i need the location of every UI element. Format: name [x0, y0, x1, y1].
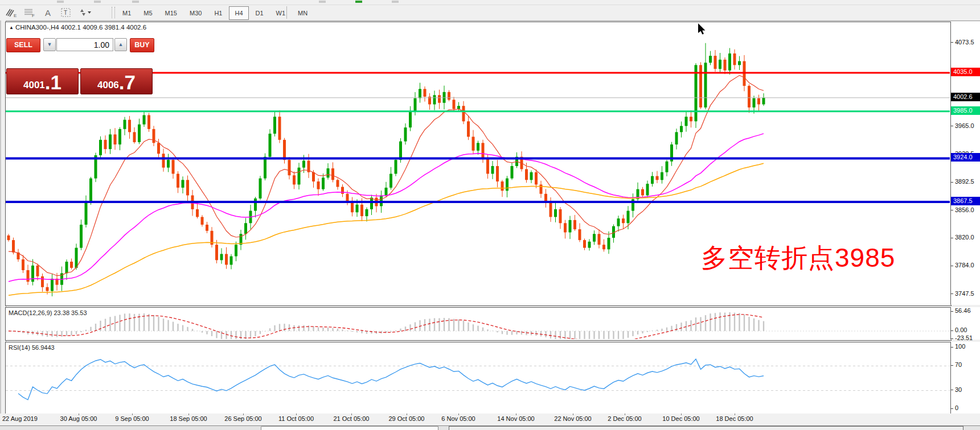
- rsi-label: RSI(14) 56.9443: [9, 344, 55, 351]
- chart-title-text: CHINA300-,H4 4002.1 4009.6 3981.4 4002.6: [15, 24, 146, 31]
- price-chart-panel[interactable]: ▲CHINA300-,H4 4002.1 4009.6 3981.4 4002.…: [5, 22, 952, 306]
- buy-price-quote[interactable]: 4006.7: [80, 68, 153, 94]
- buy-price-frac: .7: [119, 75, 136, 91]
- volume-input[interactable]: [56, 38, 113, 51]
- annotation-text: 多空转折点3985: [701, 241, 895, 276]
- rsi-tick-label: 100: [955, 343, 965, 350]
- macd-tick-label: 56.46: [955, 307, 971, 314]
- price-tick-label: 3856.0: [955, 206, 974, 213]
- timeframe-button-m1[interactable]: M1: [117, 6, 137, 20]
- time-tick: [735, 414, 735, 415]
- timeframe-button-m15[interactable]: M15: [159, 6, 183, 20]
- rsi-tick: [951, 347, 953, 348]
- time-tick: [516, 414, 516, 415]
- time-label: 9 Sep 05:00: [115, 415, 149, 422]
- time-tick: [407, 414, 407, 415]
- cycle-symbols-icon[interactable]: [76, 6, 92, 19]
- mouse-cursor-icon: [698, 23, 706, 35]
- toolbar-icon-remnant: [132, 1, 139, 3]
- macd-tick-label: 0.00: [955, 326, 967, 333]
- svg-text:F: F: [32, 13, 35, 18]
- toolbar-icon-remnant: [94, 1, 101, 3]
- one-click-trading-panel: SELL ▼ ▲ BUY 4001.1 4006.7: [6, 38, 153, 101]
- time-tick: [243, 414, 244, 415]
- timeframe-button-h4[interactable]: H4: [229, 6, 248, 20]
- time-tick: [573, 414, 573, 415]
- rsi-panel[interactable]: RSI(14) 56.9443: [5, 342, 952, 415]
- level-price-badge: 4035.0: [951, 68, 980, 76]
- sell-button[interactable]: SELL: [6, 38, 40, 52]
- rsi-tick: [951, 408, 953, 409]
- level-price-badge: 3867.5: [951, 197, 980, 205]
- time-label: 11 Oct 05:00: [278, 415, 314, 422]
- time-label: 29 Oct 05:00: [389, 415, 425, 422]
- price-tick-label: 3965.0: [955, 122, 974, 129]
- text-box-tool-icon[interactable]: T: [58, 6, 74, 19]
- rsi-tick-label: 30: [955, 386, 962, 393]
- sell-price-frac: .1: [45, 75, 61, 91]
- chart-tab-top[interactable]: [261, 426, 438, 430]
- time-label: 2 Dec 05:00: [608, 415, 641, 422]
- toolbar-icon-remnant-green: [355, 1, 362, 3]
- sell-price-int: 4001: [23, 80, 45, 90]
- volume-increase-button[interactable]: ▲: [114, 38, 127, 51]
- text-label-tool-icon[interactable]: A: [40, 6, 56, 19]
- fast-ma-line: [9, 76, 764, 276]
- timeframe-button-m30[interactable]: M30: [184, 6, 207, 20]
- price-tick-label: 3892.5: [955, 178, 974, 185]
- time-tick: [625, 414, 625, 415]
- price-tick: [951, 238, 953, 238]
- time-tick: [681, 414, 682, 415]
- time-label: 18 Dec 05:00: [716, 415, 753, 422]
- rsi-tick: [951, 390, 953, 390]
- price-tick: [951, 42, 953, 43]
- time-label: 22 Nov 05:00: [554, 415, 591, 422]
- toolbar-icon-remnant: [319, 1, 326, 3]
- price-tick: [951, 126, 953, 126]
- macd-tick: [951, 330, 953, 331]
- grid-toggle-icon[interactable]: F: [22, 6, 38, 19]
- price-tick: [951, 266, 953, 266]
- macd-tick: [951, 311, 953, 312]
- svg-text:T: T: [64, 10, 67, 16]
- timeframe-button-w1[interactable]: W1: [270, 6, 292, 20]
- volume-decrease-button[interactable]: ▼: [43, 38, 56, 51]
- price-tick: [951, 210, 953, 210]
- price-tick-label: 3784.0: [955, 262, 974, 268]
- rsi-plot: [6, 342, 950, 413]
- time-tick: [458, 414, 459, 415]
- chart-tab-top[interactable]: [449, 426, 963, 430]
- indicator-list-icon[interactable]: E: [3, 6, 19, 19]
- timeframe-button-d1[interactable]: D1: [250, 6, 269, 20]
- time-tick: [188, 414, 189, 415]
- buy-button[interactable]: BUY: [130, 38, 154, 52]
- toolbar: E F A T M1M: [0, 5, 980, 21]
- timeframe-button-m5[interactable]: M5: [138, 6, 158, 20]
- time-tick: [296, 414, 297, 415]
- timeframe-group: M1M5M15M30H1H4D1W1MN: [117, 6, 314, 20]
- price-tick-label: 3747.5: [955, 290, 974, 297]
- chart-title: ▲CHINA300-,H4 4002.1 4009.6 3981.4 4002.…: [9, 24, 146, 31]
- timeframe-button-mn[interactable]: MN: [292, 6, 313, 20]
- time-label: 10 Dec 05:00: [662, 415, 699, 422]
- time-label: 14 Nov 05:00: [497, 415, 534, 422]
- current-price-badge: 4002.6: [951, 93, 980, 101]
- sell-price-quote[interactable]: 4001.1: [6, 68, 79, 94]
- buy-price-int: 4006: [97, 80, 119, 90]
- price-tick-label: 3820.0: [955, 234, 974, 241]
- collapse-arrow-icon[interactable]: ▲: [9, 25, 14, 30]
- time-axis: 22 Aug 201930 Aug 05:009 Sep 05:0018 Sep…: [0, 414, 980, 425]
- time-tick: [351, 414, 352, 415]
- rsi-axis: 10070300: [950, 342, 980, 414]
- mid-ma-line: [9, 134, 764, 282]
- bottom-tabs-strip: [0, 425, 980, 430]
- mt4-window: E F A T M1M: [0, 0, 980, 430]
- price-axis: 4073.53965.03928.53892.53856.03820.03784…: [950, 22, 980, 305]
- macd-label: MACD(12,26,9) 23.38 35.53: [9, 309, 87, 316]
- time-label: 22 Aug 2019: [2, 415, 38, 422]
- macd-panel[interactable]: MACD(12,26,9) 23.38 35.53: [5, 307, 952, 341]
- level-price-badge: 3985.0: [951, 106, 980, 115]
- time-label: 18 Sep 05:00: [170, 415, 207, 422]
- timeframe-button-h1[interactable]: H1: [208, 6, 228, 20]
- price-tick-label: 4073.5: [955, 39, 974, 46]
